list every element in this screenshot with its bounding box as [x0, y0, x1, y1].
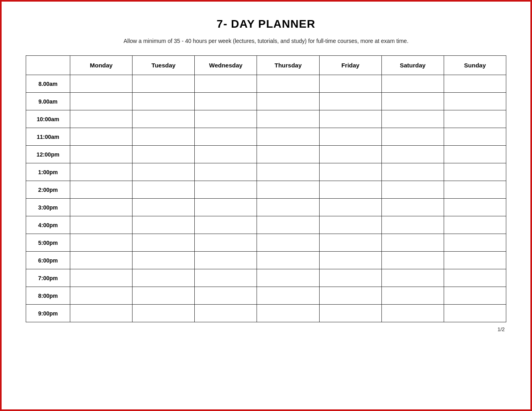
day-cell[interactable] [381, 305, 444, 322]
day-cell[interactable] [257, 163, 319, 181]
day-cell[interactable] [195, 146, 257, 163]
day-cell[interactable] [70, 75, 132, 93]
day-cell[interactable] [257, 287, 319, 305]
day-cell[interactable] [257, 93, 319, 110]
day-cell[interactable] [70, 287, 132, 305]
day-cell[interactable] [381, 128, 444, 146]
day-cell[interactable] [132, 93, 195, 110]
day-cell[interactable] [195, 252, 257, 269]
day-cell[interactable] [195, 234, 257, 252]
day-cell[interactable] [381, 287, 444, 305]
day-cell[interactable] [319, 181, 381, 199]
day-cell[interactable] [381, 75, 444, 93]
day-cell[interactable] [444, 75, 506, 93]
day-cell[interactable] [132, 128, 195, 146]
day-cell[interactable] [70, 110, 132, 128]
day-cell[interactable] [257, 181, 319, 199]
day-cell[interactable] [195, 216, 257, 234]
day-cell[interactable] [132, 110, 195, 128]
day-cell[interactable] [319, 287, 381, 305]
day-cell[interactable] [195, 163, 257, 181]
day-cell[interactable] [381, 93, 444, 110]
day-cell[interactable] [319, 128, 381, 146]
day-cell[interactable] [132, 269, 195, 287]
day-cell[interactable] [381, 252, 444, 269]
day-cell[interactable] [195, 269, 257, 287]
day-cell[interactable] [444, 110, 506, 128]
day-cell[interactable] [319, 146, 381, 163]
day-cell[interactable] [319, 93, 381, 110]
day-cell[interactable] [319, 269, 381, 287]
day-cell[interactable] [132, 234, 195, 252]
day-cell[interactable] [132, 146, 195, 163]
day-cell[interactable] [381, 181, 444, 199]
day-cell[interactable] [132, 199, 195, 216]
day-cell[interactable] [319, 199, 381, 216]
day-cell[interactable] [195, 181, 257, 199]
day-cell[interactable] [257, 199, 319, 216]
day-cell[interactable] [257, 75, 319, 93]
day-cell[interactable] [70, 128, 132, 146]
day-cell[interactable] [381, 146, 444, 163]
day-cell[interactable] [319, 163, 381, 181]
day-cell[interactable] [444, 163, 506, 181]
day-cell[interactable] [381, 110, 444, 128]
day-cell[interactable] [132, 252, 195, 269]
day-cell[interactable] [70, 252, 132, 269]
day-cell[interactable] [132, 163, 195, 181]
day-cell[interactable] [319, 305, 381, 322]
day-cell[interactable] [319, 110, 381, 128]
day-cell[interactable] [195, 93, 257, 110]
day-cell[interactable] [257, 110, 319, 128]
day-cell[interactable] [444, 234, 506, 252]
day-cell[interactable] [195, 110, 257, 128]
day-cell[interactable] [381, 234, 444, 252]
day-cell[interactable] [444, 269, 506, 287]
day-cell[interactable] [70, 216, 132, 234]
day-cell[interactable] [70, 181, 132, 199]
day-cell[interactable] [319, 75, 381, 93]
day-cell[interactable] [444, 216, 506, 234]
subtitle: Allow a minimum of 35 - 40 hours per wee… [26, 38, 506, 44]
day-cell[interactable] [257, 252, 319, 269]
day-cell[interactable] [319, 234, 381, 252]
day-cell[interactable] [444, 305, 506, 322]
day-cell[interactable] [70, 305, 132, 322]
day-cell[interactable] [444, 287, 506, 305]
day-cell[interactable] [444, 146, 506, 163]
day-cell[interactable] [257, 146, 319, 163]
day-cell[interactable] [444, 199, 506, 216]
day-cell[interactable] [70, 163, 132, 181]
day-cell[interactable] [70, 93, 132, 110]
day-cell[interactable] [444, 252, 506, 269]
day-cell[interactable] [257, 269, 319, 287]
day-cell[interactable] [132, 287, 195, 305]
day-cell[interactable] [132, 216, 195, 234]
day-cell[interactable] [195, 75, 257, 93]
day-cell[interactable] [319, 216, 381, 234]
day-cell[interactable] [257, 234, 319, 252]
day-cell[interactable] [381, 269, 444, 287]
day-cell[interactable] [70, 234, 132, 252]
day-cell[interactable] [257, 305, 319, 322]
day-cell[interactable] [195, 128, 257, 146]
day-cell[interactable] [70, 269, 132, 287]
day-cell[interactable] [257, 128, 319, 146]
day-cell[interactable] [132, 75, 195, 93]
day-cell[interactable] [319, 252, 381, 269]
planner-table: Monday Tuesday Wednesday Thursday Friday… [26, 55, 506, 322]
day-cell[interactable] [381, 163, 444, 181]
day-cell[interactable] [70, 199, 132, 216]
day-cell[interactable] [70, 146, 132, 163]
day-cell[interactable] [444, 93, 506, 110]
day-cell[interactable] [132, 181, 195, 199]
day-cell[interactable] [381, 199, 444, 216]
day-cell[interactable] [444, 128, 506, 146]
day-cell[interactable] [132, 305, 195, 322]
day-cell[interactable] [195, 199, 257, 216]
day-cell[interactable] [195, 305, 257, 322]
day-cell[interactable] [195, 287, 257, 305]
day-cell[interactable] [381, 216, 444, 234]
day-cell[interactable] [444, 181, 506, 199]
day-cell[interactable] [257, 216, 319, 234]
